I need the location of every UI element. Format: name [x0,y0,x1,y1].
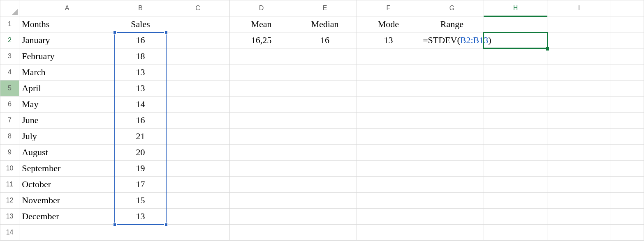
cell-C12[interactable] [166,193,229,209]
cell-A14[interactable] [19,225,115,241]
cell-B11[interactable]: 17 [115,177,166,193]
spreadsheet-grid[interactable]: ABCDEFGHI1MonthsSalesMeanMedianModeRange… [0,0,644,248]
cell-F10[interactable] [357,161,420,177]
cell-extra-4[interactable] [611,64,644,80]
cell-A1[interactable]: Months [19,16,115,32]
cell-D14[interactable] [229,225,293,241]
cell-I9[interactable] [547,145,611,161]
cell-F1[interactable]: Mode [357,16,420,32]
select-all-corner[interactable] [0,0,19,16]
cell-B10[interactable]: 19 [115,161,166,177]
cell-G12[interactable] [420,193,484,209]
cell-C4[interactable] [166,64,229,80]
row-header-13[interactable]: 13 [0,209,19,225]
cell-B1[interactable]: Sales [115,16,166,32]
cell-F11[interactable] [357,177,420,193]
cell-F5[interactable] [357,80,420,96]
cell-F13[interactable] [357,209,420,225]
cell-extra-1[interactable] [611,16,644,32]
cell-G9[interactable] [420,145,484,161]
cell-A7[interactable]: June [19,113,115,129]
cell-B14[interactable] [115,225,166,241]
cell-extra-6[interactable] [611,96,644,113]
row-header-10[interactable]: 10 [0,161,19,177]
row-header-8[interactable]: 8 [0,129,19,145]
column-header-extra[interactable] [611,0,644,16]
cell-C11[interactable] [166,177,229,193]
column-header-H[interactable]: H [484,0,547,16]
cell-extra-13[interactable] [611,209,644,225]
cell-H5[interactable] [484,80,547,96]
cell-I10[interactable] [547,161,611,177]
cell-I1[interactable] [547,16,611,32]
cell-B9[interactable]: 20 [115,145,166,161]
cell-A10[interactable]: September [19,161,115,177]
cell-E6[interactable] [293,96,357,113]
cell-D12[interactable] [229,193,293,209]
row-header-4[interactable]: 4 [0,64,19,80]
cell-D1[interactable]: Mean [229,16,293,32]
cell-H4[interactable] [484,64,547,80]
cell-E7[interactable] [293,113,357,129]
cell-H7[interactable] [484,113,547,129]
cell-extra-2[interactable] [611,32,644,48]
cell-D8[interactable] [229,129,293,145]
cell-E4[interactable] [293,64,357,80]
cell-C6[interactable] [166,96,229,113]
cell-A2[interactable]: January [19,32,115,48]
cell-C8[interactable] [166,129,229,145]
cell-D4[interactable] [229,64,293,80]
cell-extra-8[interactable] [611,129,644,145]
cell-B7[interactable]: 16 [115,113,166,129]
cell-C1[interactable] [166,16,229,32]
cell-A13[interactable]: December [19,209,115,225]
column-header-B[interactable]: B [115,0,166,16]
row-header-14[interactable]: 14 [0,225,19,241]
cell-G11[interactable] [420,177,484,193]
cell-E12[interactable] [293,193,357,209]
column-header-D[interactable]: D [229,0,293,16]
cell-I5[interactable] [547,80,611,96]
cell-C9[interactable] [166,145,229,161]
cell-I14[interactable] [547,225,611,241]
cell-F4[interactable] [357,64,420,80]
cell-D6[interactable] [229,96,293,113]
cell-B4[interactable]: 13 [115,64,166,80]
cell-E2[interactable]: 16 [293,32,357,48]
cell-E9[interactable] [293,145,357,161]
cell-I8[interactable] [547,129,611,145]
cell-B6[interactable]: 14 [115,96,166,113]
cell-F8[interactable] [357,129,420,145]
range-handle-bottom-left[interactable] [113,223,117,227]
cell-A9[interactable]: August [19,145,115,161]
cell-F6[interactable] [357,96,420,113]
cell-H3[interactable] [484,48,547,64]
cell-D10[interactable] [229,161,293,177]
cell-I7[interactable] [547,113,611,129]
range-handle-bottom-right[interactable] [164,223,168,227]
cell-G6[interactable] [420,96,484,113]
cell-F12[interactable] [357,193,420,209]
cell-extra-3[interactable] [611,48,644,64]
cell-H14[interactable] [484,225,547,241]
cell-B3[interactable]: 18 [115,48,166,64]
column-header-F[interactable]: F [357,0,420,16]
cell-I11[interactable] [547,177,611,193]
cell-B8[interactable]: 21 [115,129,166,145]
cell-G13[interactable] [420,209,484,225]
cell-H9[interactable] [484,145,547,161]
range-handle-top-right[interactable] [164,30,168,34]
cell-E1[interactable]: Median [293,16,357,32]
cell-E13[interactable] [293,209,357,225]
cell-D7[interactable] [229,113,293,129]
cell-H2[interactable] [484,32,547,48]
cell-B13[interactable]: 13 [115,209,166,225]
formula-editor[interactable]: =STDEV(B2:B13) [423,35,492,45]
cell-A4[interactable]: March [19,64,115,80]
cell-I13[interactable] [547,209,611,225]
cell-E8[interactable] [293,129,357,145]
cell-B5[interactable]: 13 [115,80,166,96]
cell-A8[interactable]: July [19,129,115,145]
cell-I6[interactable] [547,96,611,113]
range-handle-top-left[interactable] [113,30,117,34]
